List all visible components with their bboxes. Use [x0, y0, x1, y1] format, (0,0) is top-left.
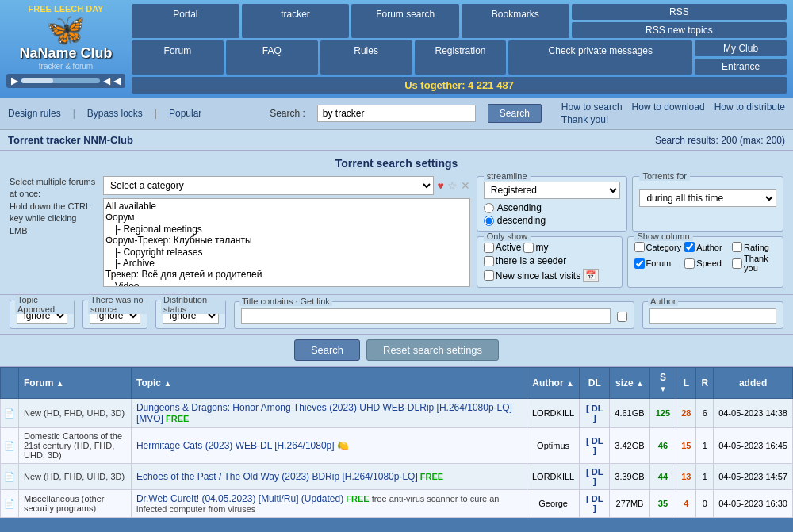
- action-buttons-row: Search Reset search settings: [0, 335, 793, 367]
- nav-check-messages[interactable]: Check private messages: [508, 40, 692, 75]
- row-leechers: 4: [676, 490, 696, 518]
- col-added: added: [714, 368, 793, 399]
- forum-list-select[interactable]: All available Форум |- Regional meetings…: [104, 199, 469, 286]
- title-contains-label: Title contains · Get link: [239, 297, 332, 306]
- nav-faq[interactable]: FAQ: [226, 40, 318, 75]
- row-seeders: 125: [649, 399, 676, 428]
- rating-col-checkbox[interactable]: [732, 242, 742, 252]
- forum-select-hint: Select multiple forums at once:Hold down…: [10, 176, 97, 287]
- nav-forum[interactable]: Forum: [132, 40, 224, 75]
- streamline-label: streamline: [484, 171, 531, 181]
- play-button[interactable]: ▶: [11, 75, 18, 86]
- active-checkbox[interactable]: [484, 243, 494, 253]
- col-topic[interactable]: Topic ▲: [131, 368, 527, 399]
- row-size: 4.61GB: [610, 399, 649, 428]
- col-dl: DL: [580, 368, 610, 399]
- author-filter-input[interactable]: [649, 308, 776, 324]
- author-filter-label: Author: [648, 297, 678, 306]
- ascending-radio[interactable]: [484, 203, 494, 213]
- row-icon: 📄: [1, 464, 19, 490]
- nav-rules[interactable]: Rules: [320, 40, 412, 75]
- col-size[interactable]: size ▲: [610, 368, 649, 399]
- table-row: 📄Miscellaneous (other security programs)…: [1, 490, 793, 518]
- thank-you-link[interactable]: Thank you!: [561, 114, 608, 125]
- row-author: Optimus: [527, 428, 579, 464]
- row-seeders: 35: [649, 490, 676, 518]
- row-added: 04-05-2023 14:57: [714, 464, 793, 490]
- distribution-status-label: Distribution status: [161, 295, 225, 314]
- row-icon: 📄: [1, 490, 19, 518]
- col-icon: [1, 368, 19, 399]
- author-col-checkbox[interactable]: [684, 242, 695, 252]
- col-forum[interactable]: Forum ▲: [19, 368, 132, 399]
- search-button[interactable]: Search: [488, 104, 542, 123]
- forum-col-checkbox[interactable]: [634, 258, 645, 269]
- table-row: 📄New (HD, FHD, UHD, 3D)Dungeons & Dragon…: [1, 399, 793, 428]
- speed-col-checkbox[interactable]: [684, 258, 695, 269]
- nav-tracker[interactable]: tracker: [242, 4, 350, 38]
- category-select[interactable]: Select a category: [103, 176, 434, 195]
- title-contains-input[interactable]: [241, 308, 611, 324]
- thankyou-col-checkbox[interactable]: [732, 258, 742, 269]
- row-topic[interactable]: Dr.Web CureIt! (04.05.2023) [Multi/Ru] (…: [131, 490, 527, 518]
- nav-forum-search[interactable]: Forum search: [351, 4, 459, 38]
- prev-button[interactable]: ◀: [103, 75, 110, 86]
- ascending-label: Ascending: [497, 202, 542, 213]
- popular-link[interactable]: Popular: [169, 108, 201, 119]
- reset-search-button[interactable]: Reset search settings: [366, 339, 499, 361]
- row-dl[interactable]: [ DL ]: [580, 490, 610, 518]
- row-topic[interactable]: Hermitage Cats (2023) WEB-DL [H.264/1080…: [131, 428, 527, 464]
- together-label: Us together:: [404, 79, 465, 91]
- nav-bookmarks[interactable]: Bookmarks: [462, 4, 569, 38]
- search-action-button[interactable]: Search: [294, 339, 360, 361]
- plus-icon: ✕: [461, 179, 470, 192]
- new-since-checkbox[interactable]: [484, 270, 494, 281]
- row-topic[interactable]: Echoes of the Past / The Old Way (2023) …: [131, 464, 527, 490]
- col-author[interactable]: Author ▲: [527, 368, 579, 399]
- row-size: 3.42GB: [610, 428, 649, 464]
- title-contains-checkbox[interactable]: [617, 312, 627, 322]
- nav-registration[interactable]: Registration: [415, 40, 507, 75]
- show-column-label: Show column: [634, 232, 693, 241]
- seeder-checkbox[interactable]: [484, 256, 494, 266]
- row-added: 04-05-2023 16:45: [714, 428, 793, 464]
- nav-entrance[interactable]: Entrance: [695, 59, 787, 75]
- row-forum: Domestic Cartoons of the 21st century (H…: [19, 428, 132, 464]
- nav-portal[interactable]: Portal: [132, 4, 239, 38]
- descending-label: descending: [497, 215, 546, 226]
- search-label: Search :: [270, 108, 305, 119]
- nav-my-club[interactable]: My Club: [695, 40, 787, 56]
- how-to-search-link[interactable]: How to search: [561, 101, 623, 113]
- row-leechers: 13: [676, 464, 696, 490]
- row-topic[interactable]: Dungeons & Dragons: Honor Among Thieves …: [131, 399, 527, 428]
- row-added: 04-05-2023 14:38: [714, 399, 793, 428]
- design-rules-link[interactable]: Design rules: [8, 108, 61, 119]
- row-added: 04-05-2023 16:30: [714, 490, 793, 518]
- row-author: LORDKILL: [527, 464, 579, 490]
- torrents-for-select[interactable]: during all this time: [639, 189, 776, 207]
- descending-radio[interactable]: [484, 216, 494, 226]
- bypass-locks-link[interactable]: Bypass locks: [87, 108, 143, 119]
- nav-rss[interactable]: RSS: [572, 4, 787, 20]
- search-input[interactable]: [317, 105, 476, 122]
- how-to-distribute-link[interactable]: How to distribute: [714, 101, 785, 113]
- together-count: 4 221 487: [468, 79, 514, 91]
- filter-row: Topic Approved ignore yes no There was n…: [0, 295, 793, 335]
- row-author: LORDKILL: [527, 399, 579, 428]
- row-rating: 0: [696, 490, 714, 518]
- row-forum: New (HD, FHD, UHD, 3D): [19, 399, 132, 428]
- my-checkbox[interactable]: [523, 243, 534, 253]
- how-to-download-link[interactable]: How to download: [632, 101, 705, 113]
- row-dl[interactable]: [ DL ]: [580, 399, 610, 428]
- row-dl[interactable]: [ DL ]: [580, 464, 610, 490]
- results-table: Forum ▲ Topic ▲ Author ▲ DL size ▲ S ▼ L…: [0, 367, 793, 518]
- nav-rss-new[interactable]: RSS new topics: [572, 22, 787, 38]
- row-forum: Miscellaneous (other security programs): [19, 490, 132, 518]
- category-col-checkbox[interactable]: [634, 242, 645, 252]
- col-s[interactable]: S ▼: [649, 368, 676, 399]
- row-size: 3.39GB: [610, 464, 649, 490]
- row-dl[interactable]: [ DL ]: [580, 428, 610, 464]
- streamline-select[interactable]: Registered: [484, 182, 621, 199]
- row-leechers: 15: [676, 428, 696, 464]
- next-button[interactable]: ◀: [113, 75, 121, 86]
